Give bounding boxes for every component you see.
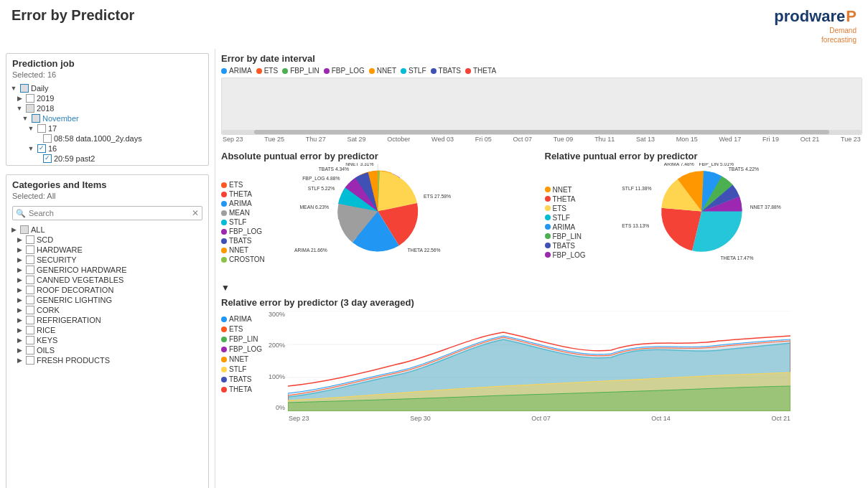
checkbox-cork[interactable] [26,306,34,314]
legend-stlf-abs: STLF [221,218,268,226]
cat-lighting[interactable]: ▶ GENERIC LIGHTING [9,295,205,305]
legend-tbats-rel: TBATS [545,242,592,250]
checkbox-scd[interactable] [26,235,34,244]
checkbox-all[interactable] [20,225,29,234]
rel-pie-legend: NNET THETA ETS STLF ARIMA FBP_LIN TBATS … [545,186,592,259]
expander-17[interactable]: ▼ [27,124,35,133]
cat-hardware[interactable]: ▶ HARDWARE [9,245,205,255]
area-legend: ARIMA ETS FBP_LIN FBP_LOG NNET STLF TBAT… [221,311,264,422]
checkbox-0858[interactable] [43,134,52,143]
checkbox-generico[interactable] [26,266,34,274]
legend-ets-area: ETS [221,325,264,333]
expander-2019[interactable]: ▶ [15,94,24,103]
legend-arima-abs: ARIMA [221,200,268,207]
checkbox-fresh[interactable] [26,356,34,365]
date-interval-chart: bars generated below in JS [221,78,862,135]
expander-all[interactable]: ▶ [9,225,18,234]
checkbox-hardware[interactable] [26,245,34,254]
cat-fresh[interactable]: ▶ FRESH PRODUCTS [9,355,205,365]
tree-item-2019[interactable]: ▶ 2019 [9,93,205,103]
tree-item-2018[interactable]: ▼ 2018 [9,103,205,113]
rel-label-stlf: STLF 11.38% [622,186,651,191]
legend-stlf: STLF [401,67,426,75]
cat-security[interactable]: ▶ SECURITY [9,255,205,265]
cat-generico[interactable]: ▶ GENERICO HARDWARE [9,265,205,275]
search-input[interactable] [29,209,192,217]
cat-keys[interactable]: ▶ KEYS [9,335,205,345]
expander-oils[interactable]: ▶ [15,346,24,355]
search-box[interactable]: 🔍 ✕ [12,206,202,220]
categories-selected: Selected: All [6,192,208,203]
expander-daily[interactable]: ▼ [9,84,18,93]
abs-pie-slices [338,171,419,251]
expander-canned[interactable]: ▶ [15,276,24,284]
legend-nnet-abs: NNET [221,246,268,254]
expander-security[interactable]: ▶ [15,255,24,264]
tree-item-november[interactable]: ▼ November [9,113,205,123]
expander-hardware[interactable]: ▶ [15,245,24,254]
cat-roof[interactable]: ▶ ROOF DECORATION [9,285,205,295]
expander-keys[interactable]: ▶ [15,336,24,344]
tree-item-16[interactable]: ▼ 16 [9,144,205,154]
checkbox-2018[interactable] [26,104,34,113]
cat-all[interactable]: ▶ ALL [9,225,205,235]
expander-2059 [32,154,41,163]
legend-stlf-area: STLF [221,365,264,373]
abs-label-stlf: STLF 5.22% [308,186,335,191]
expander-roof[interactable]: ▶ [15,286,24,294]
tree-item-0858[interactable]: 08:58 data.1000_2y.days [9,133,205,144]
dropdown-arrow[interactable]: ▼ [221,283,230,293]
checkbox-rice[interactable] [26,326,34,334]
legend-fbplin-rel: FBP_LIN [545,233,592,240]
expander-generico[interactable]: ▶ [15,266,24,274]
cat-scd[interactable]: ▶ SCD [9,235,205,245]
checkbox-daily[interactable] [20,84,29,93]
abs-label-ets: ETS 27.58% [424,194,451,199]
abs-label-fbplog: FBP_LOG 4.88% [302,176,340,182]
cat-cork[interactable]: ▶ CORK [9,305,205,315]
expander-16[interactable]: ▼ [27,144,35,153]
checkbox-17[interactable] [37,124,46,133]
legend-ets: ETS [256,67,278,75]
cat-canned[interactable]: ▶ CANNED VEGETABLES [9,275,205,285]
expander-cork[interactable]: ▶ [15,306,24,314]
expander-fresh[interactable]: ▶ [15,356,24,365]
dropdown-row: ▼ [221,283,862,293]
tree-item-daily[interactable]: ▼ Daily [9,83,205,93]
abs-pie-chart: ETS 27.58% THETA 22.56% ARIMA 21.66% MEA… [271,163,539,281]
expander-2018[interactable]: ▼ [15,104,24,113]
checkbox-security[interactable] [26,255,34,264]
expander-november[interactable]: ▼ [21,114,29,123]
checkbox-lighting[interactable] [26,296,34,304]
checkbox-keys[interactable] [26,336,34,344]
checkbox-canned[interactable] [26,276,34,284]
expander-rice[interactable]: ▶ [15,326,24,334]
main-layout: Prediction job Selected: 16 ▼ Daily ▶ 20… [0,49,868,488]
abs-label-arima: ARIMA 21.66% [294,248,327,253]
expander-lighting[interactable]: ▶ [15,296,24,304]
legend-arima-area: ARIMA [221,315,264,323]
tree-item-2059[interactable]: 20:59 past2 [9,154,205,164]
cat-refrigeration[interactable]: ▶ REFRIGERATION [9,315,205,325]
rel-label-theta: THETA 17.47% [720,255,753,261]
clear-search-icon[interactable]: ✕ [192,208,199,218]
cat-rice[interactable]: ▶ RICE [9,325,205,335]
expander-refrigeration[interactable]: ▶ [15,316,24,324]
legend-tbats-abs: TBATS [221,237,268,245]
abs-puntual-title: Absolute puntual error by predictor [221,146,539,163]
cat-oils[interactable]: ▶ OILS [9,345,205,355]
checkbox-roof[interactable] [26,286,34,294]
checkbox-2059[interactable] [43,154,52,163]
y-axis: 300% 200% 100% 0% [269,311,288,411]
categories-title: Categories and Items [6,175,208,192]
checkbox-refrigeration[interactable] [26,316,34,324]
expander-scd[interactable]: ▶ [15,235,24,244]
date-axis: Sep 23 Tue 25 Thu 27 Sat 29 October Wed … [221,135,862,144]
checkbox-oils[interactable] [26,346,34,355]
tree-item-17[interactable]: ▼ 17 [9,123,205,133]
checkbox-16[interactable] [37,144,46,153]
prediction-job-title: Prediction job [6,54,208,70]
checkbox-november[interactable] [32,114,40,123]
rel-label-arima: ARIMA 7.48% [663,163,694,166]
checkbox-2019[interactable] [26,94,34,103]
